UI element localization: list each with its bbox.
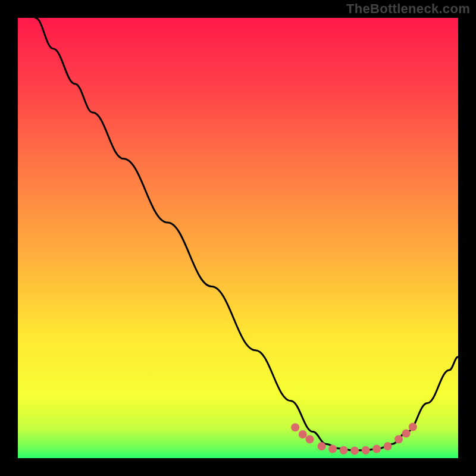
highlight-dot	[306, 435, 314, 443]
highlight-dot	[362, 446, 370, 455]
highlight-dot	[340, 446, 348, 455]
highlight-dot	[384, 442, 392, 450]
chart-svg	[0, 0, 476, 476]
highlight-dot	[350, 446, 359, 455]
highlight-dot	[372, 444, 381, 453]
highlight-dot	[291, 423, 299, 431]
highlight-dot	[318, 442, 326, 450]
highlight-dot	[299, 430, 307, 439]
plot-background	[18, 18, 458, 458]
highlight-dot	[394, 435, 403, 443]
chart-frame: TheBottleneck.com	[0, 0, 476, 476]
highlight-dot	[402, 430, 411, 438]
highlight-dot	[409, 422, 417, 431]
highlight-dot	[328, 444, 337, 453]
